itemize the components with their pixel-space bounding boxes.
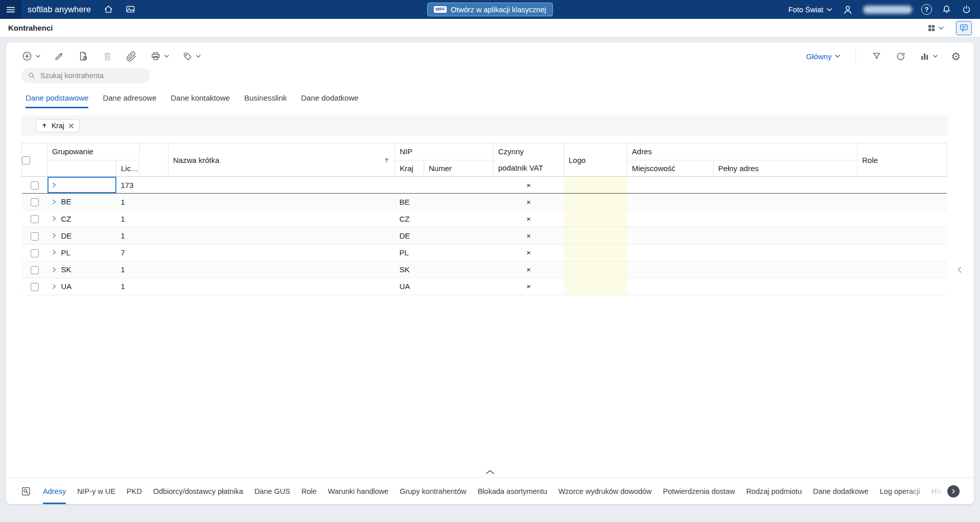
tab-businesslink[interactable]: Businesslink — [244, 93, 286, 108]
count-cell[interactable]: 173 — [116, 177, 140, 194]
cell[interactable] — [140, 244, 168, 261]
row-checkbox[interactable] — [31, 181, 39, 189]
nip-kraj-cell[interactable]: UA — [395, 278, 424, 295]
nip-kraj-cell[interactable]: SK — [395, 261, 424, 278]
cell[interactable] — [424, 278, 494, 295]
cell[interactable] — [714, 210, 857, 227]
group-cell[interactable]: CZ — [47, 210, 116, 227]
row-checkbox[interactable] — [31, 215, 39, 223]
cell[interactable] — [627, 278, 714, 295]
cell[interactable] — [857, 210, 947, 227]
count-cell[interactable]: 1 — [116, 278, 140, 295]
table-row-ua[interactable]: UA 1 UA × — [22, 278, 947, 295]
cell[interactable] — [168, 177, 395, 194]
col-header-empty[interactable] — [140, 144, 168, 177]
group-chip-kraj[interactable]: Kraj — [36, 119, 80, 132]
cell[interactable] — [627, 194, 714, 210]
vat-cell[interactable]: × — [494, 244, 564, 261]
panel-search-button[interactable] — [20, 486, 32, 497]
attach-button[interactable] — [126, 51, 137, 62]
expand-toggle[interactable]: PL — [52, 248, 70, 257]
bottom-tab-pkd[interactable]: PKD — [127, 478, 142, 504]
gallery-button[interactable] — [125, 4, 136, 15]
cell[interactable] — [857, 244, 947, 261]
logo-cell[interactable] — [564, 278, 627, 295]
nip-kraj-cell[interactable]: BE — [395, 194, 424, 210]
cell[interactable] — [714, 278, 857, 295]
col-header-miejscowosc[interactable]: Miejscowość — [627, 160, 714, 177]
tab-dane-kontaktowe[interactable]: Dane kontaktowe — [171, 93, 230, 108]
tab-dane-podstawowe[interactable]: Dane podstawowe — [26, 93, 88, 108]
tag-button[interactable] — [182, 51, 201, 62]
col-header-group-value[interactable] — [47, 160, 116, 177]
add-button[interactable] — [21, 51, 40, 62]
select-all-checkbox[interactable] — [22, 156, 30, 164]
bottom-tab-log-operacji[interactable]: Log operacji — [880, 478, 920, 504]
cell[interactable] — [714, 244, 857, 261]
bottom-tab-nip-y-w-ue[interactable]: NIP-y w UE — [77, 478, 115, 504]
table-row-de[interactable]: DE 1 DE × — [22, 227, 947, 244]
count-cell[interactable]: 1 — [116, 261, 140, 278]
expand-toggle[interactable]: CZ — [52, 215, 71, 223]
col-header-czynny-podatnik-vat[interactable]: Czynny podatnik VAT — [494, 144, 564, 177]
vat-cell[interactable]: × — [494, 227, 564, 244]
row-checkbox[interactable] — [31, 283, 39, 291]
cell[interactable] — [627, 261, 714, 278]
cell[interactable] — [168, 210, 395, 227]
logo-cell[interactable] — [564, 227, 627, 244]
group-cell-focused[interactable] — [47, 177, 116, 194]
col-header-logo[interactable]: Logo — [564, 144, 627, 177]
cell[interactable] — [627, 227, 714, 244]
table-row-pl[interactable]: PL 7 PL × — [22, 244, 947, 261]
col-band-grupowanie[interactable]: Grupowanie — [47, 144, 140, 160]
bottom-tab-adresy[interactable]: Adresy — [43, 478, 66, 504]
count-cell[interactable]: 7 — [116, 244, 140, 261]
power-button[interactable] — [961, 4, 972, 15]
filter-button[interactable] — [871, 51, 882, 62]
bottom-tab-blokada-asortymentu[interactable]: Blokada asortymentu — [478, 478, 547, 504]
col-header-nazwa-krotka[interactable]: Nazwa krótka — [168, 144, 395, 177]
collapse-right-panel-button[interactable] — [957, 266, 962, 273]
bottom-tab-odbiorcy-dostawcy-platnika[interactable]: Odbiorcy/dostawcy płatnika — [153, 478, 243, 504]
cell[interactable] — [168, 244, 395, 261]
cell[interactable] — [140, 177, 168, 194]
cell[interactable] — [857, 261, 947, 278]
cell[interactable] — [140, 227, 168, 244]
help-button[interactable]: ? — [921, 4, 932, 15]
document-info-button[interactable] — [78, 51, 89, 62]
logo-cell[interactable] — [564, 177, 627, 194]
comments-button[interactable] — [956, 21, 972, 35]
group-cell[interactable]: PL — [47, 244, 116, 261]
group-cell[interactable]: SK — [47, 261, 116, 278]
cell[interactable] — [627, 244, 714, 261]
table-row-be[interactable]: BE 1 BE × — [22, 194, 947, 210]
vat-cell[interactable]: × — [494, 194, 564, 210]
layout-selector-button[interactable] — [927, 23, 944, 33]
cell[interactable] — [714, 261, 857, 278]
table-row-total[interactable]: 173 × — [22, 177, 947, 194]
bottom-tab-grupy-kontrahentow[interactable]: Grupy kontrahentów — [400, 478, 467, 504]
cell[interactable] — [140, 194, 168, 210]
remove-group-button[interactable] — [68, 123, 74, 129]
cell[interactable] — [140, 278, 168, 295]
bottom-tab-role[interactable]: Role — [302, 478, 317, 504]
cell[interactable] — [857, 194, 947, 210]
logo-cell[interactable] — [564, 194, 627, 210]
group-cell[interactable]: DE — [47, 227, 116, 244]
refresh-button[interactable] — [895, 51, 906, 62]
count-cell[interactable]: 1 — [116, 227, 140, 244]
expand-toggle[interactable]: UA — [52, 282, 72, 291]
vat-cell[interactable]: × — [494, 210, 564, 227]
user-avatar[interactable] — [841, 3, 854, 16]
cell[interactable] — [424, 210, 494, 227]
nip-kraj-cell[interactable]: PL — [395, 244, 424, 261]
group-cell[interactable]: UA — [47, 278, 116, 295]
cell[interactable] — [168, 278, 395, 295]
bottom-tab-warunki-handlowe[interactable]: Warunki handlowe — [328, 478, 388, 504]
notifications-button[interactable] — [941, 4, 952, 15]
col-band-adres[interactable]: Adres — [627, 144, 857, 160]
expand-toggle[interactable]: DE — [52, 231, 72, 240]
settings-button[interactable]: ⚙ — [951, 51, 961, 62]
table-row-sk[interactable]: SK 1 SK × — [22, 261, 947, 278]
cell[interactable] — [424, 177, 494, 194]
